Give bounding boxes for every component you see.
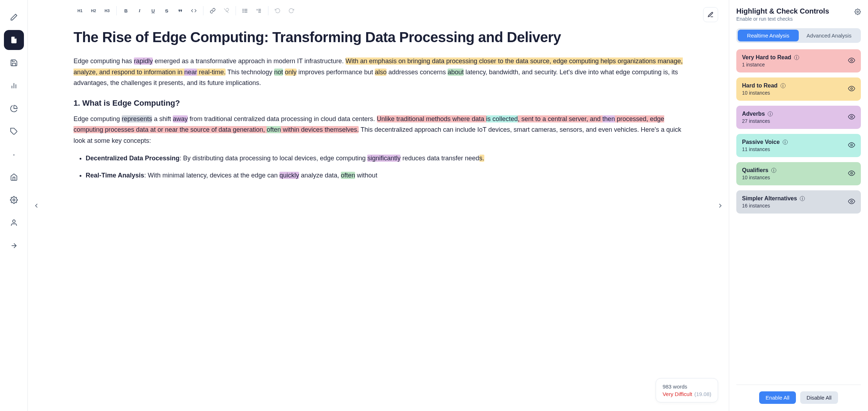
svg-point-21 xyxy=(851,87,853,89)
panel-settings-button[interactable] xyxy=(854,7,861,16)
gear-icon xyxy=(854,9,861,15)
check-item-1[interactable]: Hard to Read i10 instances xyxy=(736,77,861,101)
highlight-adverb[interactable]: near xyxy=(184,69,197,76)
highlight-hard[interactable]: also xyxy=(375,69,387,76)
sidebar-info[interactable] xyxy=(4,144,24,164)
document-title[interactable]: The Rise of Edge Computing: Transforming… xyxy=(74,29,683,46)
disable-all-button[interactable]: Disable All xyxy=(800,391,838,404)
highlight-adverb[interactable]: then xyxy=(602,115,615,122)
highlight-hard[interactable]: only xyxy=(285,69,297,76)
eye-icon[interactable] xyxy=(848,85,855,94)
document-icon xyxy=(10,36,18,44)
check-title: Adverbs i xyxy=(742,111,773,117)
info-icon[interactable]: i xyxy=(800,196,805,201)
sidebar-analytics[interactable] xyxy=(4,76,24,96)
controls-panel: Highlight & Check Controls Enable or run… xyxy=(729,0,868,411)
paragraph[interactable]: Edge computing has rapidly emerged as a … xyxy=(74,56,683,89)
highlight-qualifier[interactable]: often xyxy=(341,172,355,179)
user-icon xyxy=(10,219,18,227)
panel-subtitle: Enable or run text checks xyxy=(736,16,829,22)
check-item-5[interactable]: Simpler Alternatives i16 instances xyxy=(736,190,861,214)
paragraph[interactable]: Edge computing represents a shift away f… xyxy=(74,114,683,146)
sidebar-collapse[interactable] xyxy=(4,236,24,256)
svg-point-7 xyxy=(12,220,15,222)
check-count: 27 instances xyxy=(742,118,773,124)
check-count: 1 instance xyxy=(742,62,799,67)
compose-button[interactable] xyxy=(703,7,718,22)
pie-chart-icon xyxy=(10,105,18,112)
code-button[interactable] xyxy=(187,4,200,17)
info-icon[interactable]: i xyxy=(768,111,773,116)
check-count: 16 instances xyxy=(742,203,805,209)
undo-icon xyxy=(275,8,281,14)
sidebar-user[interactable] xyxy=(4,213,24,233)
check-count: 10 instances xyxy=(742,175,776,180)
highlight-qualifier[interactable]: about xyxy=(448,69,464,76)
info-icon[interactable]: i xyxy=(771,168,776,173)
highlight-hard[interactable]: s. xyxy=(479,155,484,162)
svg-point-22 xyxy=(851,116,853,117)
eye-icon[interactable] xyxy=(848,113,855,122)
redo-button[interactable] xyxy=(285,4,298,17)
strike-button[interactable]: S xyxy=(160,4,173,17)
highlight-adverb[interactable]: rapidly xyxy=(134,57,153,65)
sidebar-save[interactable] xyxy=(4,53,24,73)
bold-button[interactable]: B xyxy=(120,4,132,17)
highlight-adverb[interactable]: quickly xyxy=(279,172,299,179)
numbered-list-button[interactable] xyxy=(252,4,265,17)
check-item-2[interactable]: Adverbs i27 instances xyxy=(736,106,861,129)
eye-icon[interactable] xyxy=(848,170,855,178)
link-button[interactable] xyxy=(206,4,219,17)
undo-button[interactable] xyxy=(271,4,284,17)
highlight-qualifier[interactable]: often xyxy=(267,126,281,133)
svg-point-20 xyxy=(851,59,853,61)
sidebar-settings[interactable] xyxy=(4,190,24,210)
h3-button[interactable]: H3 xyxy=(101,4,113,17)
list-item[interactable]: Decentralized Data Processing: By distri… xyxy=(86,153,683,164)
checks-list: Very Hard to Read i1 instanceHard to Rea… xyxy=(736,49,861,219)
sidebar-home[interactable] xyxy=(4,167,24,187)
eye-icon[interactable] xyxy=(848,57,855,65)
bullet-list-button[interactable] xyxy=(239,4,252,17)
next-button[interactable] xyxy=(714,199,727,212)
sidebar-document[interactable] xyxy=(4,30,24,50)
unlink-button[interactable] xyxy=(220,4,233,17)
numbered-list-icon xyxy=(256,8,262,14)
tab-realtime[interactable]: Realtime Analysis xyxy=(738,30,799,41)
check-title: Simpler Alternatives i xyxy=(742,195,805,202)
sidebar-tag[interactable] xyxy=(4,121,24,141)
svg-point-14 xyxy=(243,10,243,11)
list-item[interactable]: Real-Time Analysis: With minimal latency… xyxy=(86,170,683,181)
formatting-toolbar: H1 H2 H3 B I U S xyxy=(28,0,729,21)
svg-point-19 xyxy=(857,11,859,13)
code-icon xyxy=(191,8,197,14)
highlight-passive[interactable]: is collected xyxy=(486,115,518,122)
section-heading[interactable]: 1. What is Edge Computing? xyxy=(74,99,683,108)
enable-all-button[interactable]: Enable All xyxy=(759,391,796,404)
check-item-4[interactable]: Qualifiers i10 instances xyxy=(736,162,861,185)
prev-button[interactable] xyxy=(30,199,43,212)
info-icon[interactable]: i xyxy=(783,140,788,145)
check-item-0[interactable]: Very Hard to Read i1 instance xyxy=(736,49,861,72)
info-icon[interactable]: i xyxy=(794,55,799,60)
check-item-3[interactable]: Passive Voice i11 instances xyxy=(736,134,861,157)
eye-icon[interactable] xyxy=(848,141,855,150)
info-icon[interactable]: i xyxy=(781,83,786,88)
highlight-simpler[interactable]: represents xyxy=(122,115,152,122)
h2-button[interactable]: H2 xyxy=(87,4,100,17)
highlight-adverb[interactable]: significantly xyxy=(367,155,400,162)
check-count: 10 instances xyxy=(742,90,786,96)
tab-advanced[interactable]: Advanced Analysis xyxy=(799,30,860,41)
link-icon xyxy=(210,8,216,14)
italic-button[interactable]: I xyxy=(133,4,146,17)
underline-button[interactable]: U xyxy=(147,4,160,17)
highlight-adverb[interactable]: away xyxy=(173,115,188,122)
sidebar-edit[interactable] xyxy=(4,7,24,27)
quote-button[interactable] xyxy=(174,4,187,17)
document-content[interactable]: The Rise of Edge Computing: Transforming… xyxy=(28,21,729,411)
h1-button[interactable]: H1 xyxy=(74,4,86,17)
highlight-qualifier[interactable]: not xyxy=(274,69,283,76)
chevron-left-icon xyxy=(33,202,40,209)
eye-icon[interactable] xyxy=(848,198,855,206)
sidebar-piechart[interactable] xyxy=(4,99,24,119)
